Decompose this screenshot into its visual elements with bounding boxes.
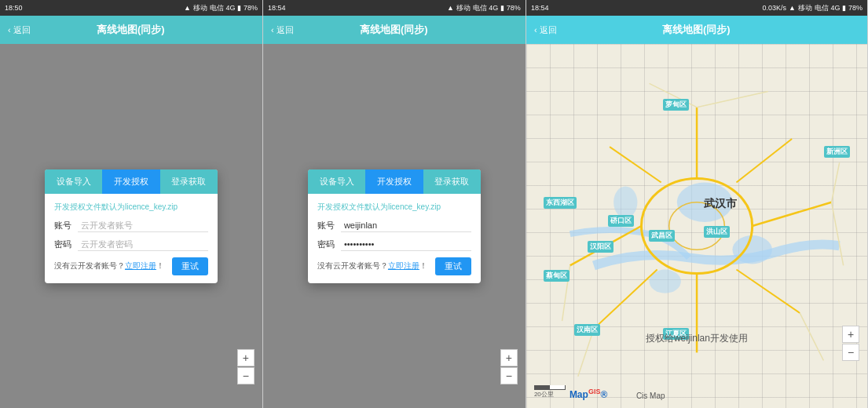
svg-point-1 <box>732 235 771 264</box>
nav-title-3: 离线地图(同步) <box>557 23 836 37</box>
signal-icon-2: ▲ <box>447 4 454 12</box>
password-label-2: 密码 <box>317 239 341 250</box>
label-hongshan: 洪山区 <box>704 226 730 238</box>
status-right-2: ▲ 移动 电信 4G ▮ 78% <box>447 3 521 13</box>
speed-3: 0.03K/s <box>763 4 787 12</box>
map-area-2: 设备导入 开发授权 登录获取 开发授权文件默认为licence_key.zip … <box>263 44 526 408</box>
carrier-2: 电信 4G <box>473 3 499 13</box>
password-input-1[interactable] <box>78 238 208 251</box>
label-wuchang: 武昌区 <box>649 230 675 242</box>
svg-line-10 <box>610 147 661 182</box>
phone-screen-1: 18:50 ▲ 移动 电信 4G ▮ 78% ‹ 返回 离线地图(同步) 设备导… <box>0 0 263 408</box>
password-input-2[interactable] <box>341 238 471 251</box>
back-button-1[interactable]: ‹ 返回 <box>8 24 31 36</box>
wifi-icon-1: 移动 <box>193 3 207 13</box>
account-label-2: 账号 <box>317 220 341 231</box>
label-caidian: 蔡甸区 <box>544 270 570 282</box>
dialog-overlay-2: 设备导入 开发授权 登录获取 开发授权文件默认为licence_key.zip … <box>263 44 526 408</box>
gis-text: GIS <box>588 388 601 395</box>
nav-bar-1: ‹ 返回 离线地图(同步) <box>0 16 262 44</box>
svg-line-15 <box>831 162 839 202</box>
password-field-2: 密码 <box>317 238 471 251</box>
back-label-1: 返回 <box>13 24 31 36</box>
back-icon-2: ‹ <box>271 25 274 35</box>
label-xinzhou: 新洲区 <box>824 146 850 158</box>
signal-icon-1: ▲ <box>184 4 191 12</box>
svg-point-3 <box>613 187 637 218</box>
status-left-1: 18:50 <box>5 4 23 12</box>
retry-btn-2[interactable]: 重试 <box>435 257 471 275</box>
svg-line-13 <box>697 92 768 107</box>
dialog-tabs-2: 设备导入 开发授权 登录获取 <box>308 169 481 194</box>
zoom-out-3[interactable]: − <box>842 344 859 361</box>
password-label-1: 密码 <box>54 239 78 250</box>
account-field-2: 账号 <box>317 219 471 232</box>
scale-text: 20公里 <box>534 390 554 399</box>
tab-login-get-2[interactable]: 登录获取 <box>423 169 481 194</box>
zoom-in-3[interactable]: + <box>842 326 859 343</box>
wuhan-label: 武汉市 <box>704 197 737 211</box>
dialog-footer-2: 没有云开发者账号？立即注册！ 重试 <box>317 257 471 275</box>
back-button-3[interactable]: ‹ 返回 <box>534 24 557 36</box>
map-svg <box>526 44 867 408</box>
info-text-1: 开发授权文件默认为licence_key.zip <box>54 202 208 213</box>
footer-text-1: 没有云开发者账号？立即注册！ <box>54 260 164 271</box>
tab-device-import-2[interactable]: 设备导入 <box>308 169 365 194</box>
real-map: 萝甸区 新洲区 东西湖区 硚口区 汉阳区 洪山区 武昌区 蔡甸区 汉南区 江夏区… <box>526 44 867 408</box>
status-time-2: 18:54 <box>268 4 286 12</box>
auth-text: 授权给weijinlan开发使用 <box>526 332 867 345</box>
dialog-tabs-1: 设备导入 开发授权 登录获取 <box>45 169 218 194</box>
scale-bar: 20公里 <box>534 385 566 399</box>
map-area-1: 设备导入 开发授权 登录获取 开发授权文件默认为licence_key.zip … <box>0 44 262 408</box>
back-label-2: 返回 <box>277 24 294 36</box>
wifi-icon-3: 移动 <box>798 3 812 13</box>
svg-line-11 <box>736 269 800 312</box>
signal-icon-3: ▲ <box>789 4 796 12</box>
status-right-3: 0.03K/s ▲ 移动 电信 4G ▮ 78% <box>763 3 863 13</box>
account-input-1[interactable] <box>78 219 208 232</box>
retry-btn-1[interactable]: 重试 <box>172 257 208 275</box>
svg-line-16 <box>831 202 843 266</box>
nav-bar-2: ‹ 返回 离线地图(同步) <box>263 16 526 44</box>
tab-dev-auth-1[interactable]: 开发授权 <box>102 169 159 194</box>
tab-device-import-1[interactable]: 设备导入 <box>45 169 102 194</box>
svg-line-12 <box>594 269 657 329</box>
svg-line-9 <box>736 139 792 182</box>
phone-screen-3: 18:54 0.03K/s ▲ 移动 电信 4G ▮ 78% ‹ 返回 离线地图… <box>526 0 868 408</box>
dialog-overlay-1: 设备导入 开发授权 登录获取 开发授权文件默认为licence_key.zip … <box>0 44 262 408</box>
zoom-btns-3: + − <box>842 326 859 361</box>
cis-map-label: Cis Map <box>636 392 665 400</box>
register-link-1[interactable]: 立即注册 <box>125 261 156 270</box>
account-label-1: 账号 <box>54 220 78 231</box>
mapgis-logo: MapGIS® <box>570 388 607 400</box>
account-field-1: 账号 <box>54 219 208 232</box>
tab-dev-auth-2[interactable]: 开发授权 <box>365 169 423 194</box>
back-label-3: 返回 <box>540 24 557 36</box>
tab-login-get-1[interactable]: 登录获取 <box>160 169 218 194</box>
dialog-content-1: 开发授权文件默认为licence_key.zip 账号 密码 没有云开发者账号？… <box>45 194 218 283</box>
register-link-2[interactable]: 立即注册 <box>388 261 419 270</box>
wifi-icon-2: 移动 <box>456 3 471 13</box>
status-left-2: 18:54 <box>268 4 286 12</box>
back-button-2[interactable]: ‹ 返回 <box>271 24 294 36</box>
nav-title-1: 离线地图(同步) <box>31 23 231 37</box>
nav-title-2: 离线地图(同步) <box>294 23 494 37</box>
dialog-footer-1: 没有云开发者账号？立即注册！ 重试 <box>54 257 208 275</box>
status-bar-1: 18:50 ▲ 移动 电信 4G ▮ 78% <box>0 0 262 16</box>
carrier-3: 电信 4G <box>815 3 841 13</box>
footer-text-2: 没有云开发者账号？立即注册！ <box>317 260 427 271</box>
status-time-1: 18:50 <box>5 4 23 12</box>
status-bar-2: 18:54 ▲ 移动 电信 4G ▮ 78% <box>263 0 526 16</box>
battery-3: ▮ 78% <box>842 4 863 12</box>
account-input-2[interactable] <box>341 219 471 232</box>
map-area-3: 萝甸区 新洲区 东西湖区 硚口区 汉阳区 洪山区 武昌区 蔡甸区 汉南区 江夏区… <box>526 44 867 408</box>
phone-screen-2: 18:54 ▲ 移动 电信 4G ▮ 78% ‹ 返回 离线地图(同步) 设备导… <box>263 0 526 408</box>
label-luodian: 萝甸区 <box>663 99 689 111</box>
dialog-2: 设备导入 开发授权 登录获取 开发授权文件默认为licence_key.zip … <box>308 169 481 283</box>
status-time-3: 18:54 <box>531 4 549 12</box>
status-left-3: 18:54 <box>531 4 549 12</box>
info-text-2: 开发授权文件默认为licence_key.zip <box>317 202 471 213</box>
dialog-content-2: 开发授权文件默认为licence_key.zip 账号 密码 没有云开发者账号？… <box>308 194 481 283</box>
status-bar-3: 18:54 0.03K/s ▲ 移动 电信 4G ▮ 78% <box>526 0 867 16</box>
label-dongxihu: 东西湖区 <box>544 197 577 209</box>
